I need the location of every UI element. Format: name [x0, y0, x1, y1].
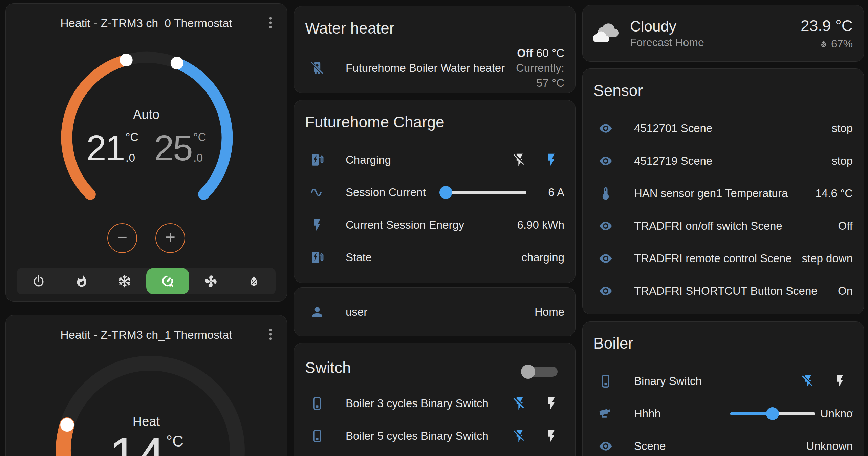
- power-icon: [32, 274, 45, 288]
- eye-icon: [598, 284, 613, 298]
- unit: °C: [164, 430, 184, 456]
- humidity-icon: [819, 39, 828, 49]
- sensor-value: 14.6 °C: [816, 187, 853, 200]
- low-decimal: .0: [126, 151, 138, 164]
- state-value: charging: [521, 251, 564, 264]
- weather-subtitle: Forecast Home: [630, 36, 704, 49]
- sensor-value: stop: [832, 122, 853, 135]
- thermostat-card-ch1: Heatit - Z-TRM3 ch_1 Thermostat Heat 14 …: [5, 315, 287, 456]
- high-setpoint: 25 °C .0: [154, 130, 206, 166]
- switch-device-icon: [598, 374, 613, 389]
- flash-icon[interactable]: [544, 396, 559, 411]
- entity-row-boiler5[interactable]: Boiler 5 cycles Binary Switch: [294, 420, 575, 452]
- hhhh-value: Unknown: [820, 407, 853, 420]
- futurehome-charge-card: Futurehome Charge Charging Session Curre…: [294, 100, 576, 283]
- eye-icon: [598, 219, 613, 233]
- entity-row-scene-4512719[interactable]: 4512719 Scene stop: [583, 145, 864, 177]
- water-heater-state: Off 60 °C Currently: 57 °C: [505, 46, 564, 90]
- entity-row-state[interactable]: State charging: [294, 241, 575, 274]
- session-current-slider[interactable]: [440, 191, 526, 194]
- ev-station-icon: [310, 250, 325, 265]
- entity-row-water-heater[interactable]: Futurehome Boiler Water heater Off 60 °C…: [294, 52, 575, 84]
- card-title: Futurehome Charge: [294, 100, 575, 131]
- entity-row-binary-switch[interactable]: Binary Switch: [583, 365, 864, 397]
- current-ac-icon: [310, 185, 325, 200]
- mode-off-button[interactable]: [17, 268, 60, 294]
- current-temp: Currently: 57 °C: [505, 61, 564, 90]
- user-card: user Home: [294, 287, 576, 336]
- low-setpoint-knob[interactable]: [120, 54, 133, 66]
- entity-row-scene[interactable]: Scene Unknown: [583, 430, 864, 456]
- low-unit: °C: [126, 130, 138, 144]
- hvac-mode-label: Auto: [6, 107, 287, 122]
- mode-heat-button[interactable]: [60, 268, 103, 294]
- mode-auto-button[interactable]: [146, 268, 189, 294]
- target-temp: 60 °C: [536, 47, 564, 59]
- card-title: Boiler: [583, 322, 864, 353]
- entity-row-tradfri-shortcut[interactable]: TRADFRI SHORTCUT Button Scene On: [583, 275, 864, 307]
- flash-off-icon[interactable]: [512, 429, 527, 443]
- water-boiler-off-icon: [310, 61, 325, 76]
- entity-row-han-temperature[interactable]: HAN sensor gen1 Temperatura 14.6 °C: [583, 177, 864, 210]
- weather-humidity: 67%: [831, 38, 853, 50]
- sensor-value: step down: [802, 252, 853, 265]
- eye-icon: [598, 153, 613, 168]
- weather-temperature: 23.9 °C: [801, 17, 853, 35]
- high-decimal: .0: [193, 151, 206, 164]
- card-title: Water heater: [294, 6, 575, 38]
- mode-fan-button[interactable]: [189, 268, 232, 294]
- entity-row-boiler3[interactable]: Boiler 3 cycles Binary Switch: [294, 387, 575, 420]
- high-setpoint-knob[interactable]: [171, 57, 183, 69]
- ev-station-icon: [310, 152, 325, 167]
- entity-row-charging[interactable]: Charging: [294, 144, 575, 176]
- entity-row-session-energy[interactable]: Current Session Energy 6.90 kWh: [294, 209, 575, 241]
- entity-row-session-current[interactable]: Session Current 6 A: [294, 176, 575, 209]
- flash-icon[interactable]: [544, 152, 559, 167]
- thermostat-auto-icon: [161, 274, 175, 288]
- sensor-value: On: [838, 285, 853, 297]
- water-heater-card: Water heater Futurehome Boiler Water hea…: [294, 6, 576, 93]
- temp-decrease-button[interactable]: −: [107, 223, 137, 253]
- eye-icon: [598, 439, 613, 454]
- flash-icon[interactable]: [832, 374, 847, 389]
- hvac-mode-bar: [17, 268, 276, 294]
- switch-card: Switch Boiler 3 cycles Binary Switch Boi…: [294, 343, 576, 456]
- sensor-value: Off: [838, 220, 853, 232]
- mode-cool-button[interactable]: [103, 268, 146, 294]
- thermostat-card-ch0: Heatit - Z-TRM3 ch_0 Thermostat Auto 21 …: [5, 3, 287, 302]
- cloudy-weather-icon: [593, 21, 619, 46]
- entity-row-tradfri-onoff[interactable]: TRADFRI on/off switch Scene Off: [583, 210, 864, 242]
- slider-knob[interactable]: [766, 407, 779, 420]
- weather-condition: Cloudy: [630, 18, 704, 35]
- cctv-icon: [598, 406, 613, 421]
- water-percent-icon: [247, 274, 261, 288]
- temp-increase-button[interactable]: +: [155, 223, 185, 253]
- slider-knob[interactable]: [439, 186, 452, 199]
- entity-row-user[interactable]: user Home: [294, 296, 575, 328]
- scene-value: Unknown: [806, 440, 853, 453]
- switch-device-icon: [310, 396, 325, 411]
- toggle-knob[interactable]: [521, 365, 535, 379]
- flash-off-icon[interactable]: [801, 374, 816, 389]
- switch-group-toggle[interactable]: [521, 364, 559, 379]
- entity-row-hhhh[interactable]: Hhhh Unknown: [583, 397, 864, 430]
- thermometer-icon: [598, 186, 613, 201]
- flash-icon[interactable]: [544, 429, 559, 443]
- person-icon: [310, 305, 325, 319]
- switch-device-icon: [310, 429, 325, 443]
- mode-dry-button[interactable]: [233, 268, 276, 294]
- session-current-value: 6 A: [526, 186, 564, 199]
- user-state-value: Home: [535, 306, 564, 318]
- flash-off-icon[interactable]: [512, 396, 527, 411]
- weather-card[interactable]: Cloudy Forecast Home 23.9 °C 67%: [582, 5, 864, 62]
- entity-row-scene-4512701[interactable]: 4512701 Scene stop: [583, 112, 864, 145]
- flash-off-icon[interactable]: [512, 152, 527, 167]
- boiler-card: Boiler Binary Switch Hhhh Unknown Scene …: [582, 321, 864, 456]
- hhhh-slider[interactable]: [730, 412, 815, 415]
- session-energy-value: 6.90 kWh: [517, 219, 564, 231]
- eye-icon: [598, 121, 613, 136]
- fan-icon: [204, 274, 218, 288]
- snowflake-icon: [118, 274, 131, 288]
- setpoint-temperature: 14 °C: [6, 430, 287, 456]
- entity-row-tradfri-remote[interactable]: TRADFRI remote control Scene step down: [583, 242, 864, 275]
